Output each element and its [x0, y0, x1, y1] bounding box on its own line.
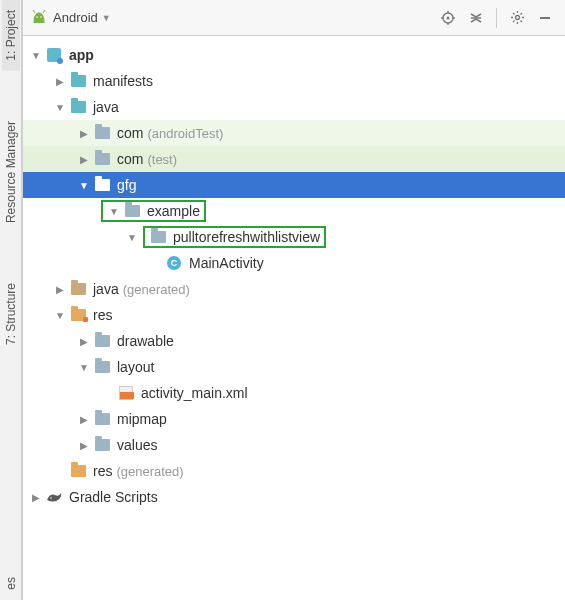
node-label: values [117, 437, 157, 453]
view-mode-dropdown[interactable]: Android ▼ [53, 10, 111, 25]
node-label: java [93, 281, 119, 297]
select-opened-file-button[interactable] [436, 6, 460, 30]
node-label: drawable [117, 333, 174, 349]
expand-arrow[interactable]: ▼ [77, 362, 91, 373]
tree-node-drawable[interactable]: ▶ drawable [23, 328, 565, 354]
tab-project-label: 1: Project [4, 10, 18, 61]
expand-arrow[interactable]: ▼ [53, 310, 67, 321]
module-icon [45, 47, 63, 63]
chevron-down-icon: ▼ [102, 13, 111, 23]
project-panel: Android ▼ ▼ app ▶ manifests [22, 0, 565, 600]
view-mode-label: Android [53, 10, 98, 25]
hide-button[interactable] [533, 6, 557, 30]
tree-node-com-androidtest[interactable]: ▶ com (androidTest) [23, 120, 565, 146]
tree-node-manifests[interactable]: ▶ manifests [23, 68, 565, 94]
tab-resource-label: Resource Manager [4, 121, 18, 223]
class-icon: C [165, 255, 183, 271]
tree-node-com-test[interactable]: ▶ com (test) [23, 146, 565, 172]
project-toolbar: Android ▼ [23, 0, 565, 36]
expand-arrow[interactable]: ▼ [125, 232, 139, 243]
tree-node-res[interactable]: ▼ res [23, 302, 565, 328]
node-label: activity_main.xml [141, 385, 248, 401]
tree-node-example[interactable]: ▼ example [23, 198, 565, 224]
folder-icon [93, 151, 111, 167]
tree-node-app[interactable]: ▼ app [23, 42, 565, 68]
svg-point-9 [515, 16, 519, 20]
expand-arrow[interactable]: ▶ [29, 492, 43, 503]
tab-structure-label: 7: Structure [4, 283, 18, 345]
highlight-box: pulltorefreshwithlistview [143, 226, 326, 248]
node-label: com [117, 125, 143, 141]
tree-node-mipmap[interactable]: ▶ mipmap [23, 406, 565, 432]
svg-rect-10 [540, 17, 550, 19]
node-label: MainActivity [189, 255, 264, 271]
node-label: java [93, 99, 119, 115]
node-label: res [93, 307, 112, 323]
folder-icon [93, 437, 111, 453]
node-qualifier: (generated) [116, 464, 183, 479]
folder-icon [69, 99, 87, 115]
folder-icon [93, 333, 111, 349]
folder-icon [69, 463, 87, 479]
expand-arrow[interactable]: ▶ [77, 336, 91, 347]
gradle-icon [45, 489, 63, 505]
expand-arrow[interactable]: ▼ [107, 206, 121, 217]
expand-arrow[interactable]: ▶ [53, 76, 67, 87]
svg-point-3 [447, 16, 450, 19]
folder-icon [149, 229, 167, 245]
node-label: res [93, 463, 112, 479]
project-tree[interactable]: ▼ app ▶ manifests ▼ java ▶ com (androidT… [23, 36, 565, 600]
node-label: app [69, 47, 94, 63]
expand-arrow[interactable]: ▼ [77, 180, 91, 191]
expand-arrow[interactable]: ▼ [29, 50, 43, 61]
svg-point-1 [40, 16, 42, 18]
folder-icon [93, 125, 111, 141]
tree-node-pulltorefresh[interactable]: ▼ pulltorefreshwithlistview [23, 224, 565, 250]
node-label: mipmap [117, 411, 167, 427]
expand-arrow[interactable]: ▶ [77, 414, 91, 425]
expand-arrow[interactable]: ▶ [53, 284, 67, 295]
tool-window-tabs: 1: Project Resource Manager 7: Structure… [0, 0, 22, 600]
tree-node-gradle-scripts: ▶ Gradle Scripts [23, 484, 565, 510]
expand-arrow[interactable]: ▶ [77, 154, 91, 165]
svg-point-11 [50, 497, 52, 499]
tree-node-gfg[interactable]: ▼ gfg [23, 172, 565, 198]
folder-icon [93, 359, 111, 375]
tab-resource-manager[interactable]: Resource Manager [2, 111, 20, 233]
tree-node-activity-main-xml[interactable]: ▶ activity_main.xml [23, 380, 565, 406]
folder-icon [69, 281, 87, 297]
settings-button[interactable] [505, 6, 529, 30]
tree-node-java[interactable]: ▼ java [23, 94, 565, 120]
tree-node-layout[interactable]: ▼ layout [23, 354, 565, 380]
tab-project[interactable]: 1: Project [2, 0, 20, 71]
folder-icon [93, 411, 111, 427]
tab-structure[interactable]: 7: Structure [2, 273, 20, 355]
tab-cut-label: es [4, 577, 18, 590]
node-label: Gradle Scripts [69, 489, 158, 505]
folder-icon [93, 177, 111, 193]
node-qualifier: (androidTest) [147, 126, 223, 141]
toolbar-separator [496, 8, 497, 28]
tree-node-mainactivity[interactable]: ▶ C MainActivity [23, 250, 565, 276]
collapse-all-button[interactable] [464, 6, 488, 30]
folder-icon [69, 73, 87, 89]
node-label: example [147, 203, 200, 219]
tree-node-values[interactable]: ▶ values [23, 432, 565, 458]
node-label: manifests [93, 73, 153, 89]
tab-cut[interactable]: es [2, 567, 20, 600]
highlight-box: ▼ example [101, 200, 206, 222]
node-qualifier: (test) [147, 152, 177, 167]
node-label: pulltorefreshwithlistview [173, 229, 320, 245]
node-label: com [117, 151, 143, 167]
xml-file-icon [117, 385, 135, 401]
tree-node-res-generated[interactable]: ▶ res (generated) [23, 458, 565, 484]
node-label: layout [117, 359, 154, 375]
folder-icon [123, 203, 141, 219]
expand-arrow[interactable]: ▼ [53, 102, 67, 113]
expand-arrow[interactable]: ▶ [77, 128, 91, 139]
node-label: gfg [117, 177, 136, 193]
folder-icon [69, 307, 87, 323]
android-icon [31, 9, 47, 26]
expand-arrow[interactable]: ▶ [77, 440, 91, 451]
tree-node-java-generated[interactable]: ▶ java (generated) [23, 276, 565, 302]
